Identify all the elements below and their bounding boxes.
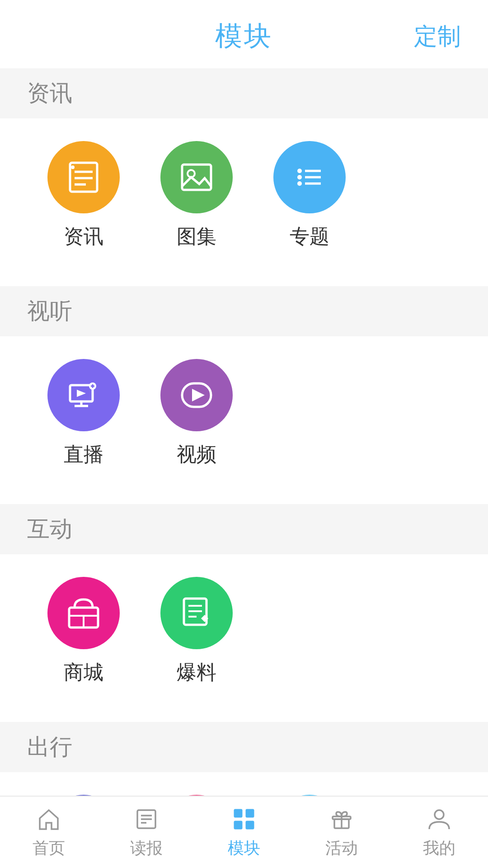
gift-icon	[328, 806, 355, 833]
header: 模块 定制	[0, 0, 488, 68]
svg-point-9	[297, 175, 302, 179]
newspaper-icon	[133, 806, 160, 833]
item-video-label: 视频	[177, 441, 216, 468]
svg-rect-62	[234, 821, 242, 829]
main-content: 模块 定制 资讯 资讯	[0, 0, 488, 868]
section-chuxing-header: 出行	[0, 722, 488, 772]
svg-rect-60	[234, 809, 242, 817]
item-shop-label: 商城	[64, 659, 103, 686]
svg-point-67	[435, 810, 444, 819]
nav-activity-label: 活动	[325, 837, 358, 859]
svg-rect-61	[246, 809, 254, 817]
nav-mine-label: 我的	[423, 837, 455, 859]
topic-icon	[291, 159, 328, 195]
home-icon	[35, 806, 62, 833]
svg-marker-21	[192, 389, 205, 401]
section-shiting-body: 直播 视频	[0, 336, 488, 504]
svg-point-11	[297, 181, 302, 186]
svg-rect-5	[182, 165, 211, 190]
icon-expose-circle	[160, 577, 233, 649]
item-expose-label: 爆料	[177, 659, 216, 686]
item-gallery[interactable]: 图集	[140, 141, 253, 250]
icon-news-circle	[47, 141, 120, 213]
item-expose[interactable]: 爆料	[140, 577, 253, 686]
svg-marker-19	[77, 390, 86, 397]
gallery-icon	[178, 159, 215, 195]
item-video[interactable]: 视频	[140, 359, 253, 468]
nav-mine[interactable]: 我的	[390, 806, 488, 859]
nav-home[interactable]: 首页	[0, 806, 98, 859]
nav-newspaper-label: 读报	[130, 837, 163, 859]
expose-icon	[178, 595, 215, 631]
customize-button[interactable]: 定制	[414, 21, 461, 52]
page-title: 模块	[215, 18, 273, 55]
item-shop[interactable]: 商城	[27, 577, 140, 686]
icon-topic-circle	[273, 141, 346, 213]
user-icon	[426, 806, 453, 833]
svg-point-4	[71, 165, 75, 169]
section-hudong-header: 互动	[0, 504, 488, 554]
icon-gallery-circle	[160, 141, 233, 213]
bottom-nav: 首页 读报 模块	[0, 796, 488, 868]
item-news[interactable]: 资讯	[27, 141, 140, 250]
section-hudong-body: 商城 爆料	[0, 554, 488, 722]
nav-home-label: 首页	[33, 837, 65, 859]
icon-live-circle	[47, 359, 120, 431]
svg-point-7	[297, 169, 302, 173]
item-live[interactable]: 直播	[27, 359, 140, 468]
nav-newspaper[interactable]: 读报	[98, 806, 195, 859]
item-gallery-label: 图集	[177, 223, 216, 250]
modules-icon	[230, 806, 258, 833]
item-news-label: 资讯	[64, 223, 103, 250]
item-topic-label: 专题	[290, 223, 329, 250]
svg-rect-63	[246, 821, 254, 829]
section-shiting-header: 视听	[0, 286, 488, 336]
nav-activity[interactable]: 活动	[293, 806, 390, 859]
section-zixun-body: 资讯 图集	[0, 118, 488, 286]
icon-video-circle	[160, 359, 233, 431]
news-icon	[66, 159, 102, 195]
shop-icon	[66, 595, 102, 631]
live-icon	[66, 377, 102, 413]
section-zixun-header: 资讯	[0, 68, 488, 118]
nav-modules[interactable]: 模块	[195, 806, 293, 859]
video-icon	[178, 377, 215, 413]
icon-shop-circle	[47, 577, 120, 649]
item-topic[interactable]: 专题	[253, 141, 366, 250]
item-live-label: 直播	[64, 441, 103, 468]
nav-modules-label: 模块	[228, 837, 260, 859]
